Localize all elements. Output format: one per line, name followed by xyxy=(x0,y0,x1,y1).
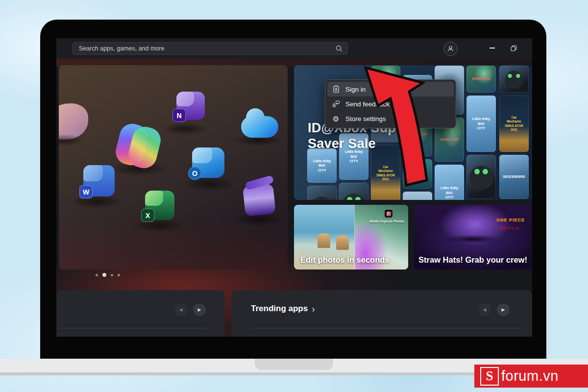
shadow xyxy=(131,218,186,233)
search-icon xyxy=(336,45,343,52)
store-home-content: N W O X Little xyxy=(56,59,532,337)
one-piece-card[interactable]: ONE PIECE NETFLIX Straw Hats! Grab your … xyxy=(414,205,532,270)
carousel-dot-2[interactable] xyxy=(102,273,106,277)
shadow xyxy=(68,194,125,209)
hero-carousel-dots xyxy=(96,271,124,278)
photo-card-label: Edit photos in seconds xyxy=(300,255,390,265)
beach-chair xyxy=(318,233,330,248)
adobe-express-card[interactable]: Adobe Express Photos Edit photos in seco… xyxy=(294,205,408,270)
shadow xyxy=(160,122,211,136)
game-tile-bigcity: Little Kitty BiG CiTY xyxy=(466,96,496,152)
one-piece-card-label: Straw Hats! Grab your crew! xyxy=(414,255,532,265)
onenote-3d-icon: N xyxy=(176,92,205,120)
laptop-notch xyxy=(255,359,333,370)
adobe-express-icon xyxy=(385,210,392,218)
shadow xyxy=(231,134,285,147)
trending-forward-button[interactable]: ▶ xyxy=(497,303,510,316)
carousel-dot-4[interactable] xyxy=(118,274,120,276)
sforum-logo-icon: S xyxy=(480,367,499,386)
search-placeholder: Search apps, games, and more xyxy=(79,45,336,52)
m365-abstract-shape xyxy=(59,103,88,140)
shadow xyxy=(231,212,284,227)
search-input[interactable]: Search apps, games, and more xyxy=(73,42,348,55)
game-tile-cat xyxy=(466,155,496,199)
sforum-logo-text: forum.vn xyxy=(501,368,559,384)
chevron-right-icon: › xyxy=(312,304,315,314)
word-3d-icon: W xyxy=(83,165,115,196)
game-tile-cat xyxy=(499,66,529,93)
game-tile-carmech: Car Mechanic SIMULATOR 2021 xyxy=(499,96,529,152)
annotation-arrow xyxy=(314,56,441,203)
hero-carousel-m365[interactable]: N W O X xyxy=(59,65,288,270)
crew-silhouette xyxy=(446,235,500,243)
carousel-dot-1[interactable] xyxy=(96,274,98,276)
game-tile-descenders: DESCENDERS xyxy=(499,155,529,199)
microsoft-store-window: Search apps, games, and more xyxy=(56,38,532,337)
restore-icon xyxy=(511,45,517,51)
restore-button[interactable] xyxy=(506,41,521,55)
sforum-watermark: S forum.vn xyxy=(474,365,588,388)
onedrive-3d-icon xyxy=(241,116,278,138)
carousel-forward-button[interactable]: ▶ xyxy=(193,303,206,316)
minimize-icon xyxy=(490,48,495,49)
outlook-3d-icon: O xyxy=(192,147,224,178)
laptop-bezel: Search apps, games, and more xyxy=(40,20,546,359)
beach-chair xyxy=(336,235,349,250)
store-title-bar: Search apps, games, and more xyxy=(56,38,532,59)
shadow xyxy=(179,176,238,192)
loop-3d-icon xyxy=(243,183,276,217)
carousel-back-button[interactable]: ◀ xyxy=(174,303,187,316)
carousel-dot-3[interactable] xyxy=(111,274,113,276)
excel-3d-icon: X xyxy=(145,191,174,220)
copilot-3d-icon xyxy=(117,122,162,169)
adobe-express-label: Adobe Express Photos xyxy=(369,220,404,223)
divider xyxy=(57,328,207,328)
trending-apps-link[interactable]: Trending apps › xyxy=(251,304,315,314)
netflix-logo: NETFLIX xyxy=(500,226,520,230)
one-piece-logo: ONE PIECE xyxy=(496,218,525,222)
divider xyxy=(251,328,521,328)
section-panel-left: ◀ ▶ xyxy=(56,290,224,337)
person-icon xyxy=(447,45,454,52)
shadow xyxy=(59,134,86,147)
trending-apps-panel: Trending apps › ◀ ▶ xyxy=(231,290,532,337)
minimize-button[interactable] xyxy=(485,41,499,55)
game-tile-maneater: MANEATER xyxy=(466,66,496,93)
trending-back-button[interactable]: ◀ xyxy=(478,303,491,316)
profile-button[interactable] xyxy=(443,42,458,56)
